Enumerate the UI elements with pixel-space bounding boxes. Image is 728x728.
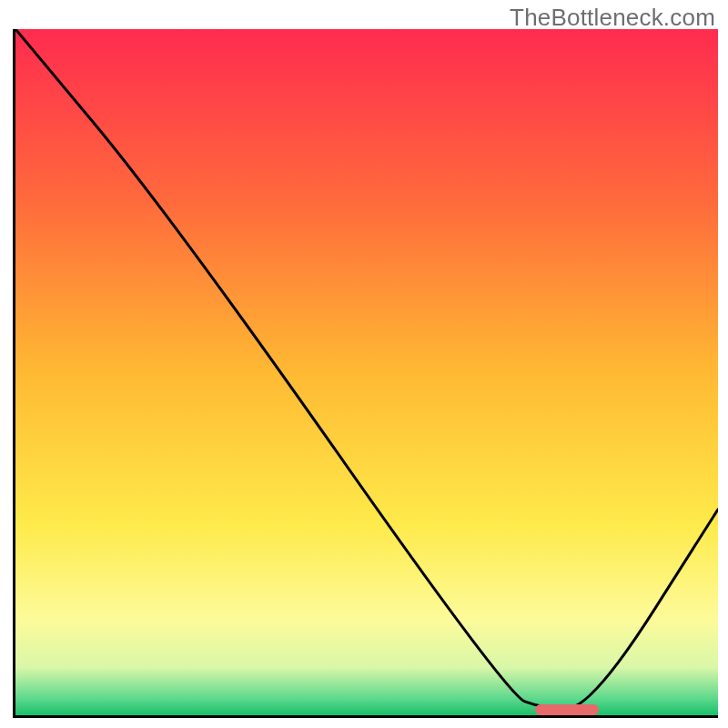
watermark-text: TheBottleneck.com (510, 4, 715, 32)
optimal-range-marker (535, 704, 598, 715)
plot-area (13, 29, 718, 718)
chart-frame: TheBottleneck.com (0, 0, 728, 728)
bottleneck-curve (15, 29, 718, 715)
